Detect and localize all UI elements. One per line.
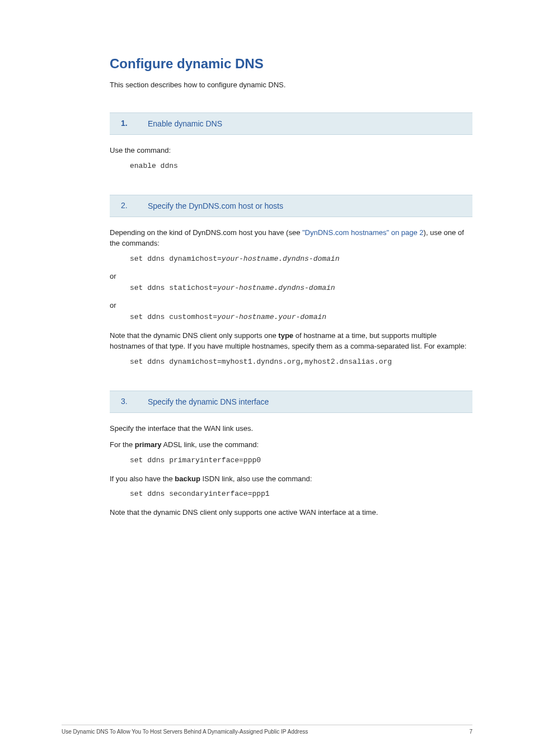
step-2-title: Specify the DynDNS.com host or hosts <box>148 201 283 210</box>
step-2-or-1: or <box>110 272 472 280</box>
intro-text: This section describes how to configure … <box>110 81 472 89</box>
step-1-header: 1. Enable dynamic DNS <box>110 112 472 135</box>
step-3-text-2: For the primary ADSL link, use the comma… <box>110 439 472 450</box>
step-2-code-4: set ddns dynamichost=myhost1.dyndns.org,… <box>130 358 472 366</box>
step-3-code-1: set ddns primaryinterface=ppp0 <box>130 456 472 464</box>
step-2-text-2-bold: type <box>278 331 293 340</box>
step-3-text-3-bold: backup <box>175 475 200 483</box>
footer-page-number: 7 <box>469 729 472 735</box>
footer-left: Use Dynamic DNS To Allow You To Host Ser… <box>62 729 308 735</box>
step-2-code-3: set ddns customhost=your-hostname.your-d… <box>130 313 472 321</box>
step-1-text: Use the command: <box>110 145 472 156</box>
step-3-text-2-bold: primary <box>135 440 162 449</box>
step-2-text-1a: Depending on the kind of DynDNS.com host… <box>110 228 302 237</box>
step-2-link[interactable]: "DynDNS.com hostnames" on page 2 <box>302 228 424 237</box>
step-1-code: enable ddns <box>130 162 472 170</box>
step-2-text-1: Depending on the kind of DynDNS.com host… <box>110 227 472 249</box>
step-2-header: 2. Specify the DynDNS.com host or hosts <box>110 195 472 217</box>
step-3-text-3a: If you also have the <box>110 475 175 483</box>
step-2-code-2: set ddns statichost=your-hostname.dyndns… <box>130 284 472 292</box>
step-2-or-2: or <box>110 301 472 309</box>
step-3-code-2: set ddns secondaryinterface=ppp1 <box>130 490 472 498</box>
step-3-header: 3. Specify the dynamic DNS interface <box>110 391 472 413</box>
step-1-number: 1. <box>121 119 128 128</box>
step-1-title: Enable dynamic DNS <box>148 119 222 128</box>
step-2-number: 2. <box>121 201 128 210</box>
step-3-text-2a: For the <box>110 440 135 449</box>
page-footer: Use Dynamic DNS To Allow You To Host Ser… <box>62 725 472 735</box>
step-3-text-3: If you also have the backup ISDN link, a… <box>110 473 472 485</box>
step-3-text-1: Specify the interface that the WAN link … <box>110 423 472 434</box>
step-3-title: Specify the dynamic DNS interface <box>148 397 269 406</box>
step-3-text-2b: ADSL link, use the command: <box>162 440 259 449</box>
step-2-text-2: Note that the dynamic DNS client only su… <box>110 330 472 352</box>
step-2-code-1: set ddns dynamichost=your-hostname.dyndn… <box>130 255 472 263</box>
step-3-text-4: Note that the dynamic DNS client only su… <box>110 507 472 518</box>
step-2-text-2a: Note that the dynamic DNS client only su… <box>110 331 278 340</box>
step-3-text-3b: ISDN link, also use the command: <box>200 475 312 483</box>
page-title: Configure dynamic DNS <box>110 56 472 72</box>
step-3-number: 3. <box>121 397 128 406</box>
